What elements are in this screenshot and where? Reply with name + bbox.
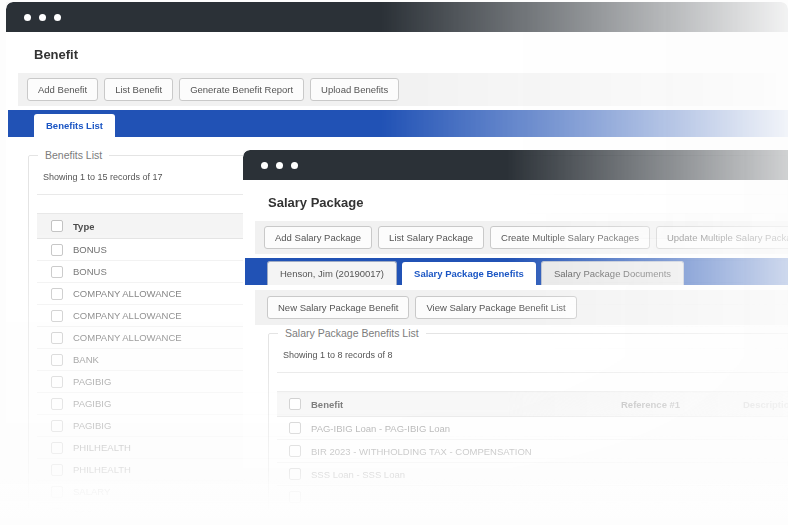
upload-benefits-button[interactable]: Upload Benefits [310,78,399,101]
row-checkbox[interactable] [51,508,63,520]
page-title: Benefit [34,47,788,62]
window-control-dot [24,14,31,21]
row-checkbox[interactable] [51,354,63,366]
window-control-dot [261,162,268,169]
row-checkbox[interactable] [51,464,63,476]
type-cell: SSS [73,508,92,519]
create-multiple-salary-packages-button[interactable]: Create Multiple Salary Packages [490,226,650,249]
list-benefit-button[interactable]: List Benefit [104,78,173,101]
table-row: BIR 2023 - WITHHOLDING TAX - COMPENSATIO… [277,440,788,463]
type-cell: COMPANY ALLOWANCE [73,310,182,321]
column-header-benefit: Benefit [311,399,611,410]
row-checkbox[interactable] [51,244,63,256]
new-salary-package-benefit-button[interactable]: New Salary Package Benefit [267,296,409,319]
type-cell: BANK [73,354,99,365]
benefit-window-titlebar [6,2,788,32]
row-checkbox[interactable] [51,420,63,432]
type-cell: SALARY [73,486,110,497]
benefit-tabbar: Benefits List [8,110,788,137]
benefit-cell: BIR 2023 - WITHHOLDING TAX - COMPENSATIO… [311,446,611,457]
row-checkbox[interactable] [51,310,63,322]
row-checkbox[interactable] [51,332,63,344]
add-salary-package-button[interactable]: Add Salary Package [264,226,372,249]
row-checkbox[interactable] [289,422,301,434]
update-multiple-salary-packages-button[interactable]: Update Multiple Salary Packages [656,226,788,249]
table-row: SSS Loan - SSS Loan [277,463,788,486]
type-cell: BONUS [73,244,107,255]
column-header-type: Type [73,221,94,232]
divider [277,372,788,373]
type-cell: PAGIBIG [73,420,111,431]
salary-package-benefits-panel: Salary Package Benefits List Showing 1 t… [268,333,788,525]
table-row: PAG-IBIG Loan - PAG-IBIG Loan [277,417,788,440]
row-checkbox[interactable] [289,445,301,457]
salary-window-titlebar [243,150,788,180]
window-control-dot [291,162,298,169]
salary-window-mask: Salary Package Add Salary Package List S… [243,150,788,525]
generate-benefit-report-button[interactable]: Generate Benefit Report [179,78,304,101]
tab-salary-package-benefits[interactable]: Salary Package Benefits [402,262,536,285]
type-cell: PHILHEALTH [73,464,131,475]
records-summary: Showing 1 to 8 records of 8 [283,350,788,360]
salary-benefits-table: Benefit Reference #1 Description PAG-IBI… [277,391,788,509]
tab-employee-henson-jim[interactable]: Henson, Jim (20190017) [267,261,397,285]
table-row [277,486,788,509]
type-cell: PHILHEALTH [73,442,131,453]
row-checkbox[interactable] [51,288,63,300]
salary-benefit-subtoolbar: New Salary Package Benefit View Salary P… [255,290,788,325]
panel-legend: Salary Package Benefits List [278,327,426,339]
type-cell: COMPANY ALLOWANCE [73,288,182,299]
column-header-reference: Reference #1 [621,399,733,410]
benefit-toolbar: Add Benefit List Benefit Generate Benefi… [18,73,776,106]
benefit-cell: SSS Loan - SSS Loan [311,469,611,480]
add-benefit-button[interactable]: Add Benefit [27,78,98,101]
row-checkbox[interactable] [51,486,63,498]
row-checkbox[interactable] [51,266,63,278]
select-all-checkbox[interactable] [51,220,63,232]
select-all-checkbox[interactable] [289,398,301,410]
panel-legend: Benefits List [38,149,109,161]
row-checkbox[interactable] [51,442,63,454]
list-salary-package-button[interactable]: List Salary Package [378,226,484,249]
row-checkbox[interactable] [51,398,63,410]
tab-salary-package-documents[interactable]: Salary Package Documents [541,261,684,285]
salary-package-window: Salary Package Add Salary Package List S… [243,150,788,525]
salary-window-fade-wrapper: Salary Package Add Salary Package List S… [243,150,788,525]
salary-tabbar: Henson, Jim (20190017) Salary Package Be… [245,258,788,285]
table-header-row: Benefit Reference #1 Description [277,391,788,417]
tab-benefits-list[interactable]: Benefits List [34,114,115,137]
type-cell: BONUS [73,266,107,277]
type-cell: PAGIBIG [73,376,111,387]
window-control-dot [276,162,283,169]
window-control-dot [39,14,46,21]
view-salary-package-benefit-list-button[interactable]: View Salary Package Benefit List [415,296,576,319]
page-title: Salary Package [268,195,788,210]
type-cell: COMPANY ALLOWANCE [73,332,182,343]
row-checkbox[interactable] [51,376,63,388]
window-control-dot [54,14,61,21]
benefit-cell: PAG-IBIG Loan - PAG-IBIG Loan [311,423,611,434]
type-cell: PAGIBIG [73,398,111,409]
row-checkbox[interactable] [289,491,301,503]
row-checkbox[interactable] [289,468,301,480]
salary-toolbar: Add Salary Package List Salary Package C… [255,221,788,254]
column-header-description: Description [743,399,788,410]
